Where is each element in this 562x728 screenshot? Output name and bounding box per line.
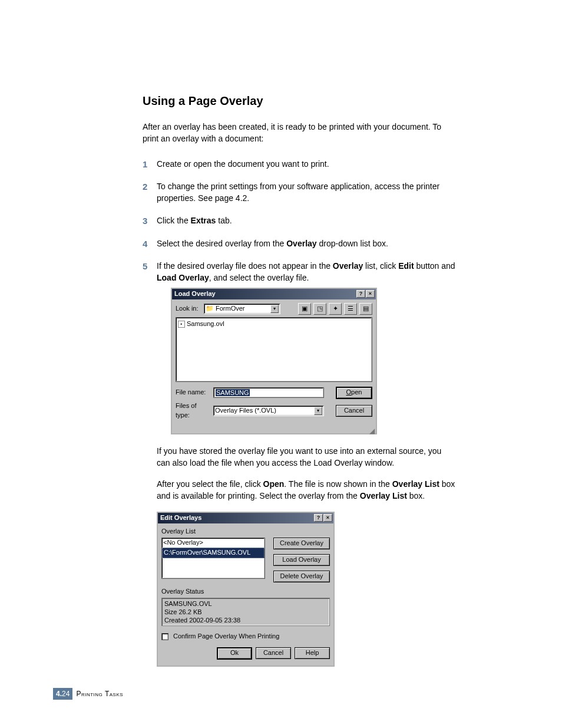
resize-grip-icon[interactable]: ◢: [172, 426, 376, 433]
filename-input[interactable]: SAMSUNG: [213, 387, 324, 398]
file-list-area[interactable]: ▪ Samsung.ovl: [176, 317, 372, 382]
dialog-title: Edit Overlays: [160, 513, 201, 523]
delete-overlay-button[interactable]: Delete Overlay: [273, 571, 330, 582]
close-icon[interactable]: ×: [323, 514, 332, 522]
dialog-titlebar: Load Overlay ? ×: [172, 289, 376, 299]
file-item[interactable]: ▪ Samsung.ovl: [178, 319, 370, 329]
overlay-status-box: SAMSUNG.OVL Size 26.2 KB Created 2002-09…: [161, 598, 330, 626]
list-item[interactable]: <No Overlay>: [162, 538, 265, 548]
chevron-down-icon[interactable]: ▾: [314, 407, 322, 415]
load-overlay-button[interactable]: Load Overlay: [273, 554, 330, 566]
cancel-button[interactable]: Cancel: [256, 647, 291, 659]
filename-label: File name:: [176, 388, 211, 397]
page-heading: Using a Page Overlay: [143, 94, 456, 108]
help-icon[interactable]: ?: [314, 514, 323, 522]
page-number-box: 4.24: [53, 688, 72, 700]
step-5: If the desired overlay file does not app…: [143, 260, 456, 666]
folder-icon: 📁: [206, 304, 214, 314]
lookin-dropdown[interactable]: 📁 FormOver ▾: [204, 304, 280, 314]
chevron-down-icon[interactable]: ▾: [270, 305, 279, 313]
step-1: Create or open the document you want to …: [143, 158, 456, 170]
page-footer: 4.24 Printing Tasks: [53, 688, 123, 700]
lookin-label: Look in:: [176, 304, 201, 314]
desktop-icon[interactable]: ◳: [313, 303, 326, 315]
filesoftype-dropdown[interactable]: Overlay Files (*.OVL) ▾: [213, 406, 324, 416]
dialog-title: Load Overlay: [174, 289, 216, 299]
open-button[interactable]: Open: [336, 387, 372, 399]
body-paragraph-2: After you select the file, click Open. T…: [157, 478, 456, 502]
dialog-titlebar: Edit Overlays ? ×: [158, 513, 333, 523]
intro-paragraph: After an overlay has been created, it is…: [143, 121, 456, 145]
filesoftype-label: Files of type:: [176, 401, 211, 420]
confirm-label: Confirm Page Overlay When Printing: [173, 632, 279, 641]
cancel-button[interactable]: Cancel: [336, 405, 372, 417]
overlay-list-label: Overlay List: [161, 527, 330, 536]
step-2: To change the print settings from your s…: [143, 180, 456, 205]
overlay-listbox[interactable]: <No Overlay> C:\FormOver\SAMSUNG.OVL: [161, 538, 265, 579]
new-folder-icon[interactable]: ✦: [329, 303, 342, 315]
edit-overlays-dialog: Edit Overlays ? × Overlay List <No Overl…: [157, 512, 335, 667]
body-paragraph-1: If you have stored the overlay file you …: [157, 445, 456, 469]
load-overlay-dialog: Load Overlay ? × Look in: 📁 FormOver ▾: [171, 288, 377, 434]
list-item[interactable]: C:\FormOver\SAMSUNG.OVL: [162, 548, 265, 558]
help-button[interactable]: Help: [295, 647, 330, 659]
create-overlay-button[interactable]: Create Overlay: [273, 538, 330, 549]
step-3: Click the Extras tab.: [143, 215, 456, 226]
file-icon: ▪: [178, 321, 185, 328]
close-icon[interactable]: ×: [366, 290, 375, 298]
details-view-icon[interactable]: ▤: [359, 303, 372, 315]
help-icon[interactable]: ?: [356, 290, 365, 298]
ok-button[interactable]: Ok: [217, 647, 252, 660]
list-view-icon[interactable]: ☰: [344, 303, 357, 315]
confirm-checkbox[interactable]: [161, 633, 168, 640]
step-4: Select the desired overlay from the Over…: [143, 238, 456, 249]
overlay-status-label: Overlay Status: [161, 587, 330, 597]
section-title: Printing Tasks: [76, 690, 123, 698]
up-folder-icon[interactable]: ▣: [298, 303, 311, 315]
